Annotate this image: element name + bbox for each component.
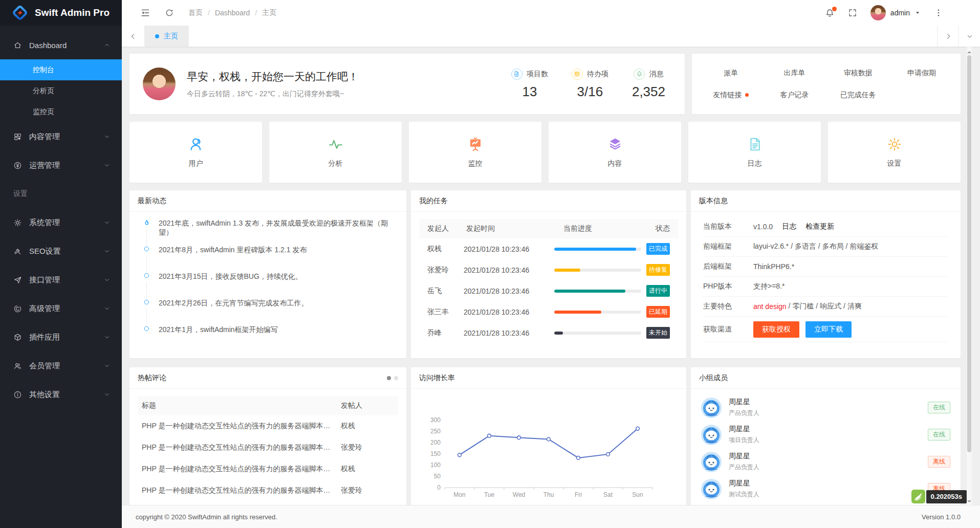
chevron-down-icon <box>103 334 111 341</box>
svg-text:Sun: Sun <box>632 491 643 498</box>
home-icon <box>13 41 22 50</box>
svg-text:Thu: Thu <box>543 491 554 498</box>
breadcrumb: 首页 / Dashboard / 主页 <box>188 8 276 17</box>
notifications-button[interactable] <box>825 8 835 18</box>
sidebar-item-advanced-manage[interactable]: 高级管理 <box>0 294 122 323</box>
breadcrumb-current[interactable]: 主页 <box>262 8 276 17</box>
dashboard-content: 早安，权栈，开始您一天的工作吧！ 今日多云转阴，18℃ - 22℃，出门记得穿外… <box>122 47 980 505</box>
sidebar-menu: Dashboard 控制台分析页监控页 内容管理 运营管理 设置 系统管理 SE… <box>0 26 122 409</box>
news-timeline: 2021年底，swiftAdmin 1.3 发布，并发展成最受欢迎的极速开发框架… <box>129 212 406 351</box>
logo-icon <box>11 4 29 21</box>
sidebar-item-member-manage[interactable]: 会员管理 <box>0 351 122 380</box>
sidebar-subitem-monitor[interactable]: 监控页 <box>0 101 122 122</box>
comment-poster: 张爱玲 <box>341 443 394 452</box>
shortcut-users[interactable]: 用户 <box>129 122 262 183</box>
breadcrumb-separator: / <box>208 9 210 17</box>
sidebar-item-seo-settings[interactable]: SEO设置 <box>0 237 122 266</box>
team-card: 小组成员 周星星 产品负责人 在线 <box>691 367 961 505</box>
comment-row[interactable]: PHP 是一种创建动态交互性站点的强有力的服务器端脚本语言 权栈 <box>129 458 406 480</box>
version-row: PHP版本支持>=8.* <box>703 277 948 297</box>
comment-row[interactable]: PHP 是一种创建动态交互性站点的强有力的服务器端脚本语言 权栈 <box>129 501 406 505</box>
file-icon <box>511 69 522 80</box>
tabs-scroll-right-button[interactable] <box>937 26 959 47</box>
robot-avatar-icon <box>701 452 722 472</box>
breadcrumb-dashboard[interactable]: Dashboard <box>215 9 250 17</box>
quick-link-leave-request[interactable]: 申请假期 <box>907 69 936 78</box>
notification-dot <box>745 93 749 97</box>
topbar-actions: admin <box>825 5 943 20</box>
card-title: 我的任务 <box>419 196 448 206</box>
sidebar-item-plugin-apps[interactable]: 插件应用 <box>0 323 122 351</box>
comment-title: PHP 是一种创建动态交互性站点的强有力的服务器端脚本语言 <box>142 422 341 431</box>
task-time: 2021/01/28 10:23:46 <box>464 329 554 337</box>
shortcut-monitor[interactable]: 监控 <box>409 122 541 183</box>
sidebar-item-dashboard[interactable]: Dashboard <box>0 31 122 59</box>
task-time: 2021/01/28 10:23:46 <box>464 287 554 295</box>
scrollbar-up-arrow[interactable] <box>967 49 971 53</box>
shortcut-logs[interactable]: 日志 <box>688 122 821 183</box>
topbar: 首页 / Dashboard / 主页 admin <box>122 0 980 26</box>
member-name: 周星星 <box>729 452 928 461</box>
comment-row[interactable]: PHP 是一种创建动态交互性站点的强有力的服务器端脚本语言 张爱玲 <box>129 480 406 501</box>
tabs-menu-button[interactable] <box>959 26 980 47</box>
shortcut-content[interactable]: 内容 <box>549 122 681 183</box>
quick-link-audit-data[interactable]: 审核数据 <box>844 69 873 78</box>
scrollbar-thumb[interactable] <box>967 55 971 452</box>
version-row: 后端框架ThinkPHP6.* <box>703 257 948 277</box>
news-item: 2021年8月，swiftAdmin 里程碑版本 1.2.1 发布 <box>142 245 394 271</box>
advanced-icon <box>13 304 22 313</box>
stat-value: 2,352 <box>632 84 665 100</box>
sidebar-item-content-manage[interactable]: 内容管理 <box>0 122 122 151</box>
comment-row[interactable]: PHP 是一种创建动态交互性站点的强有力的服务器端脚本语言 权栈 <box>129 415 406 437</box>
sidebar-item-system-manage[interactable]: 系统管理 <box>0 208 122 237</box>
task-row: 乔峰 2021/01/28 10:23:46 未开始 <box>419 322 678 343</box>
version-rows: 当前版本v1.0.0日志检查更新前端框架layui-v2.6.* / 多语言 /… <box>691 212 961 342</box>
breadcrumb-home[interactable]: 首页 <box>188 8 203 17</box>
fullscreen-icon[interactable] <box>848 8 857 17</box>
sidebar-item-other-settings[interactable]: 其他设置 <box>0 380 122 409</box>
comment-row[interactable]: PHP 是一种创建动态交互性站点的强有力的服务器端脚本语言 张爱玲 <box>129 437 406 458</box>
sidebar-item-api-manage[interactable]: 接口管理 <box>0 266 122 294</box>
get-license-button[interactable]: 获取授权 <box>753 321 799 338</box>
news-item: 2021年3月15日，接收反馈BUG，持续优化。 <box>142 271 394 298</box>
more-menu-icon[interactable] <box>934 8 943 17</box>
tab-home[interactable]: 主页 <box>144 26 189 47</box>
robot-avatar-icon <box>701 398 722 418</box>
app-logo[interactable]: Swift Admin Pro <box>0 0 122 26</box>
download-now-button[interactable]: 立即下载 <box>805 321 852 338</box>
sidebar-collapse-icon[interactable] <box>140 8 150 18</box>
refresh-icon[interactable] <box>165 8 174 17</box>
notification-dot <box>832 7 837 11</box>
tabs-scroll-left-button[interactable] <box>122 26 144 47</box>
carousel-dot-active[interactable] <box>387 376 391 380</box>
version-value: 支持>=8.* <box>753 282 785 291</box>
shortcut-analysis[interactable]: 分析 <box>269 122 402 183</box>
page-scrollbar[interactable] <box>967 47 972 507</box>
task-row: 权栈 2021/01/28 10:23:46 已完成 <box>419 238 678 259</box>
changelog-link[interactable]: 日志 <box>782 222 796 231</box>
stat-label: 待办项 <box>587 70 608 79</box>
carousel-dots <box>387 376 398 380</box>
carousel-dot[interactable] <box>394 376 398 380</box>
check-update-link[interactable]: 检查更新 <box>805 222 834 231</box>
task-time: 2021/01/28 10:23:46 <box>464 308 554 316</box>
quick-link-dispatch[interactable]: 派单 <box>724 69 738 78</box>
sidebar-item-operation-manage[interactable]: 运营管理 <box>0 151 122 180</box>
quick-link-completed-tasks[interactable]: 已完成任务 <box>840 91 876 100</box>
sidebar-subitem-console[interactable]: 控制台 <box>0 59 122 80</box>
task-initiator: 岳飞 <box>427 287 464 296</box>
team-list: 周星星 产品负责人 在线 周星星 项目负责人 在线 <box>691 389 961 502</box>
user-menu[interactable]: admin <box>870 5 921 20</box>
greeting-title: 早安，权栈，开始您一天的工作吧！ <box>187 70 359 84</box>
gear-icon <box>13 218 22 227</box>
sidebar: Swift Admin Pro Dashboard 控制台分析页监控页 内容管理… <box>0 0 122 528</box>
svg-text:Mon: Mon <box>453 491 465 498</box>
scrollbar-down-arrow[interactable] <box>967 500 971 504</box>
sidebar-subitem-analysis[interactable]: 分析页 <box>0 80 122 101</box>
quick-link-outbound-order[interactable]: 出库单 <box>783 69 805 78</box>
quick-link-customer-records[interactable]: 客户记录 <box>780 91 809 100</box>
task-progressbar <box>554 332 641 335</box>
shortcut-settings[interactable]: 设置 <box>828 122 961 183</box>
quick-link-friend-links[interactable]: 友情链接 <box>713 91 749 100</box>
highlight-text: ant design <box>753 302 787 311</box>
